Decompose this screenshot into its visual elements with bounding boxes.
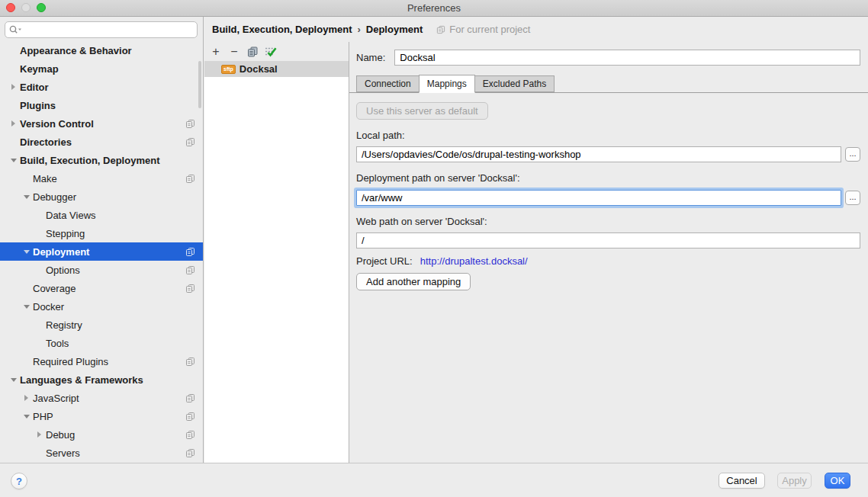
name-input[interactable] [394,50,860,66]
tab-mappings[interactable]: Mappings [419,75,475,93]
sftp-server-icon: sftp [221,65,236,74]
tab-connection[interactable]: Connection [356,75,419,92]
shared-settings-icon [185,265,195,275]
project-url-row: Project URL: http://drupaltest.docksal/ [356,255,860,267]
local-path-label: Local path: [356,130,860,141]
scope-note: For current project [436,24,530,35]
project-url-link[interactable]: http://drupaltest.docksal/ [420,255,528,267]
sidebar-item-label: Docker [33,301,64,313]
chevron-right-icon[interactable] [8,114,19,133]
breadcrumb-parent[interactable]: Build, Execution, Deployment [212,24,352,35]
sidebar-item-debug[interactable]: Debug [0,425,203,444]
settings-sidebar: Appearance & BehaviorKeymapEditorPlugins… [0,17,204,463]
tab-excluded-paths[interactable]: Excluded Paths [475,75,555,92]
search-input[interactable] [24,23,197,37]
no-arrow [8,96,19,114]
chevron-right-icon[interactable] [21,389,32,407]
sidebar-item-required-plugins[interactable]: Required Plugins [0,352,203,370]
shared-settings-icon [436,25,445,34]
deployment-path-label: Deployment path on server 'Docksal': [356,172,860,184]
zoom-icon[interactable] [37,3,46,12]
sidebar-item-appearance-behavior[interactable]: Appearance & Behavior [0,41,203,59]
deployment-path-row: ... [356,190,860,206]
chevron-down-icon[interactable] [21,297,32,316]
sidebar-item-php[interactable]: PHP [0,407,203,425]
sidebar-item-label: Tools [46,338,69,349]
chevron-down-icon[interactable] [21,407,32,425]
sidebar-item-label: Version Control [20,118,94,130]
deployment-path-browse-button[interactable]: ... [845,191,860,205]
sidebar-item-label: JavaScript [33,393,79,404]
no-arrow [34,224,45,242]
chevron-down-icon[interactable] [21,242,32,261]
sidebar-item-registry[interactable]: Registry [0,316,203,334]
sidebar-item-servers[interactable]: Servers [0,444,203,462]
chevron-right-icon[interactable] [34,425,45,444]
copy-icon[interactable] [246,45,259,59]
sidebar-item-label: Options [46,265,80,276]
apply-button[interactable]: Apply [777,473,812,489]
use-server-as-default-button[interactable]: Use this server as default [356,102,488,120]
chevron-down-icon[interactable] [21,188,32,206]
sidebar-item-keymap[interactable]: Keymap [0,59,203,78]
sidebar-item-label: PHP [33,411,53,422]
sidebar-item-label: Debugger [33,191,76,203]
search-icon [9,25,22,34]
shared-settings-icon [185,430,195,440]
add-icon[interactable]: + [209,45,223,59]
web-path-input[interactable] [356,232,860,248]
cancel-button[interactable]: Cancel [719,473,765,489]
sidebar-item-data-views[interactable]: Data Views [0,206,203,224]
ok-button[interactable]: OK [825,473,850,489]
remove-icon[interactable]: − [227,45,241,59]
sidebar-item-docker[interactable]: Docker [0,297,203,316]
sidebar-item-deployment[interactable]: Deployment [0,242,203,261]
search-box[interactable] [5,21,198,38]
footer-buttons: Cancel Apply OK [719,473,850,489]
tab-bar: Connection Mappings Excluded Paths [349,75,868,93]
local-path-browse-button[interactable]: ... [845,147,860,162]
breadcrumb-current: Deployment [366,24,423,35]
sidebar-item-make[interactable]: Make [0,169,203,188]
sidebar-item-version-control[interactable]: Version Control [0,114,203,133]
shared-settings-icon [185,393,195,403]
sidebar-item-directories[interactable]: Directories [0,133,203,151]
deployment-path-input[interactable] [356,190,841,206]
sidebar-item-languages-frameworks[interactable]: Languages & Frameworks [0,370,203,389]
shared-settings-icon [185,119,195,129]
use-as-default-check-icon[interactable] [264,45,278,59]
sidebar-item-label: Languages & Frameworks [20,374,143,386]
chevron-down-icon[interactable] [8,151,19,169]
chevron-right-icon[interactable] [8,78,19,96]
chevron-down-icon[interactable] [8,370,19,389]
close-icon[interactable] [6,3,15,12]
shared-settings-icon [185,357,195,367]
add-another-mapping-button[interactable]: Add another mapping [356,273,471,290]
help-button[interactable]: ? [11,473,27,489]
name-label: Name: [356,52,385,63]
sidebar-item-tools[interactable]: Tools [0,334,203,352]
sidebar-item-plugins[interactable]: Plugins [0,96,203,114]
sidebar-item-coverage[interactable]: Coverage [0,279,203,297]
sidebar-item-javascript[interactable]: JavaScript [0,389,203,407]
server-toolbar: + − [204,42,349,61]
sidebar-item-build-execution-deployment[interactable]: Build, Execution, Deployment [0,151,203,169]
server-item-docksal[interactable]: sftp Docksal [204,61,349,77]
sidebar-item-stepping[interactable]: Stepping [0,224,203,242]
dialog-footer: ? Cancel Apply OK [0,463,868,497]
preferences-window: Preferences Appearance & BehaviorKeymapE… [0,0,868,497]
sidebar-item-editor[interactable]: Editor [0,78,203,96]
sidebar-item-label: Directories [20,136,72,148]
sidebar-item-label: Plugins [20,100,56,111]
web-path-row [356,232,860,248]
sidebar-item-debugger[interactable]: Debugger [0,188,203,206]
sidebar-item-label: Deployment [33,246,89,258]
sidebar-item-options[interactable]: Options [0,261,203,279]
sidebar-item-label: Editor [20,82,49,93]
local-path-input[interactable] [356,146,841,162]
deployment-form-panel: Name: Connection Mappings Excluded Paths… [349,42,868,463]
no-arrow [34,316,45,334]
sidebar-scrollbar[interactable] [198,61,201,108]
settings-tree: Appearance & BehaviorKeymapEditorPlugins… [0,41,203,462]
sidebar-item-label: Keymap [20,63,59,75]
